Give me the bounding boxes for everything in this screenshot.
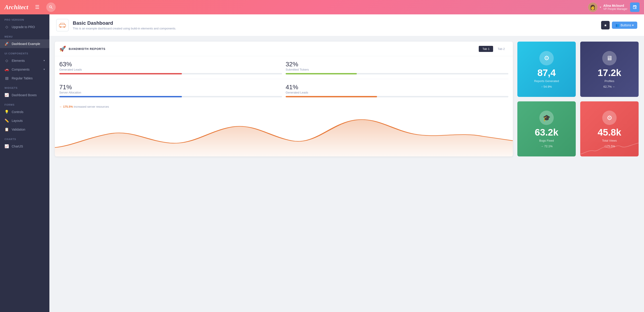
bandwidth-rocket-icon: 🚀 — [59, 46, 66, 52]
sidebar-item-label: Validation — [12, 128, 45, 131]
car-icon: 🚗 — [4, 67, 9, 72]
page-title: Basic Dashboard — [73, 20, 176, 26]
stats-row-2: 71% Server Allocation 41% Generated Lead… — [55, 79, 513, 102]
progress-fill — [286, 73, 357, 74]
stats-row: 63% Generated Leads 32% Submitted Ticker… — [55, 56, 513, 79]
progress-fill — [59, 73, 182, 74]
car-header-icon — [59, 22, 66, 29]
stat-generated-leads: 63% Generated Leads — [59, 61, 282, 74]
area-chart — [55, 112, 513, 156]
sidebar-item-chartjs[interactable]: 📈 ChartJS — [0, 142, 50, 151]
box-label-bugs: Bugs Fixed — [539, 139, 554, 142]
rocket-icon: 🚀 — [4, 42, 9, 46]
sidebar-item-regular-tables[interactable]: ▤ Regular Tables — [0, 74, 50, 83]
stat-label: Generated Leads — [59, 68, 282, 71]
search-icon — [49, 5, 53, 10]
page-header-icon — [56, 19, 69, 32]
box-value-reports: 87,4 — [537, 68, 556, 78]
page-header-actions: ★ 👥 Buttons ▾ — [601, 21, 637, 30]
tab-1-button[interactable]: Tab 1 — [479, 46, 493, 52]
bulb-icon: 💡 — [4, 110, 9, 114]
page-subtitle: This is an example dashboard created usi… — [73, 27, 176, 30]
chevron-down-icon: ▾ — [44, 68, 45, 71]
sidebar-section-forms: FORMS — [0, 99, 50, 107]
sparkline-svg — [580, 141, 638, 156]
gear-icon: ⚙ — [539, 51, 554, 65]
stat-value: 41% — [286, 84, 508, 91]
box-change-views: ↑175.5% — [604, 145, 615, 148]
avatar: 👩 — [588, 3, 598, 12]
sidebar-item-components[interactable]: 🚗 Components ▾ — [0, 65, 50, 74]
user-role: VP People Manager — [603, 8, 628, 11]
sidebar-item-label: Dashboard Boxes — [12, 93, 45, 97]
sidebar-section-widgets: WIDGETS — [0, 83, 50, 91]
sidebar-section-ui: UI COMPONENTS — [0, 48, 50, 56]
buttons-dropdown[interactable]: 👥 Buttons ▾ — [612, 22, 637, 29]
box-value-profiles: 17.2k — [598, 68, 621, 78]
table-icon: ▤ — [4, 76, 9, 80]
stat-value: 63% — [59, 61, 282, 68]
page-header-text: Basic Dashboard This is an example dashb… — [73, 20, 176, 30]
stat-box-reports: ⚙ 87,4 Reports Generated ↑ 54.9% — [517, 42, 576, 97]
search-button[interactable] — [46, 3, 56, 12]
sidebar-section-menu: MENU — [0, 31, 50, 39]
stat-generated-leads-2: 41% Generated Leads — [286, 84, 508, 97]
sidebar-item-dashboard-boxes[interactable]: 📈 Dashboard Boxes — [0, 91, 50, 99]
progress-fill — [59, 96, 182, 97]
sidebar-item-controls[interactable]: 💡 Controls — [0, 107, 50, 116]
chart-icon: 📈 — [4, 93, 9, 97]
area-chart-svg — [55, 112, 513, 156]
main-content: Basic Dashboard This is an example dashb… — [50, 14, 644, 312]
user-caret-icon: ▾ — [600, 6, 601, 9]
progress-bar — [59, 73, 282, 74]
stat-value: 71% — [59, 84, 282, 91]
user-info[interactable]: 👩 ▾ Alina Mclourd VP People Manager — [588, 3, 628, 12]
area-fill — [55, 120, 513, 156]
stat-submitted-tickers: 32% Submitted Tickers — [286, 61, 508, 74]
pen-icon: ✏️ — [4, 118, 9, 123]
top-navbar: Architect ☰ 👩 ▾ Alina Mclourd VP People … — [0, 0, 644, 14]
stat-label: Generated Leads — [286, 91, 508, 94]
box-change-profiles: 62,7% ← — [603, 85, 615, 88]
box-change-reports: ↑ 54.9% — [542, 85, 552, 88]
sidebar-item-label: Dashboard Example — [12, 42, 45, 46]
stat-label: Server Allocation — [59, 91, 282, 94]
calendar-icon — [632, 5, 637, 10]
dashboard-content: 🚀 BANDWIDTH REPORTS Tab 1 Tab 2 63% Gene… — [50, 36, 644, 162]
sidebar-section-pro: PRO VERSION — [0, 14, 50, 23]
user-details: Alina Mclourd VP People Manager — [603, 4, 628, 11]
clipboard-icon: 📋 — [4, 127, 9, 132]
bandwidth-title: BANDWIDTH REPORTS — [69, 47, 106, 51]
monitor-icon: 🖥 — [602, 51, 616, 65]
sidebar-section-charts: CHARTS — [0, 134, 50, 142]
diamond-icon: ◇ — [4, 25, 9, 29]
sidebar-item-label: ChartJS — [12, 145, 45, 148]
star-button[interactable]: ★ — [601, 21, 610, 30]
sidebar: PRO VERSION ◇ Upgrade to PRO MENU 🚀 Dash… — [0, 14, 50, 312]
tab-2-button[interactable]: Tab 2 — [494, 46, 508, 52]
sidebar-item-label: Components — [12, 68, 41, 71]
server-note: ← 175.5% increased server resources — [55, 102, 513, 112]
calendar-button[interactable] — [630, 3, 640, 12]
box-label-views: Total Views — [602, 139, 617, 142]
stat-box-views: ⚙ 45.8k Total Views ↑175.5% — [580, 101, 638, 157]
stat-box-bugs: 🎓 63.2k Bugs Fixed → 72.1% — [517, 101, 576, 157]
box-value-bugs: 63.2k — [535, 128, 558, 137]
sidebar-item-elements[interactable]: ◇ Elements ▾ — [0, 56, 50, 65]
sidebar-item-layouts[interactable]: ✏️ Layouts — [0, 116, 50, 125]
elements-icon: ◇ — [4, 59, 9, 63]
graduation-icon: 🎓 — [539, 111, 554, 125]
hamburger-icon[interactable]: ☰ — [35, 5, 40, 10]
stat-label: Submitted Tickers — [286, 68, 508, 71]
server-note-highlight: 175.5% — [63, 105, 73, 108]
progress-bar — [286, 96, 508, 97]
sidebar-item-dashboard-example[interactable]: 🚀 Dashboard Example — [0, 39, 50, 48]
page-header: Basic Dashboard This is an example dashb… — [50, 14, 644, 36]
sidebar-item-label: Upgrade to PRO — [12, 25, 45, 29]
box-change-bugs: → 72.1% — [540, 145, 552, 148]
sidebar-item-label: Regular Tables — [12, 76, 45, 80]
box-value-views: 45.8k — [598, 128, 621, 137]
stat-server-allocation: 71% Server Allocation — [59, 84, 282, 97]
sidebar-item-upgrade[interactable]: ◇ Upgrade to PRO — [0, 23, 50, 31]
sidebar-item-validation[interactable]: 📋 Validation — [0, 125, 50, 134]
